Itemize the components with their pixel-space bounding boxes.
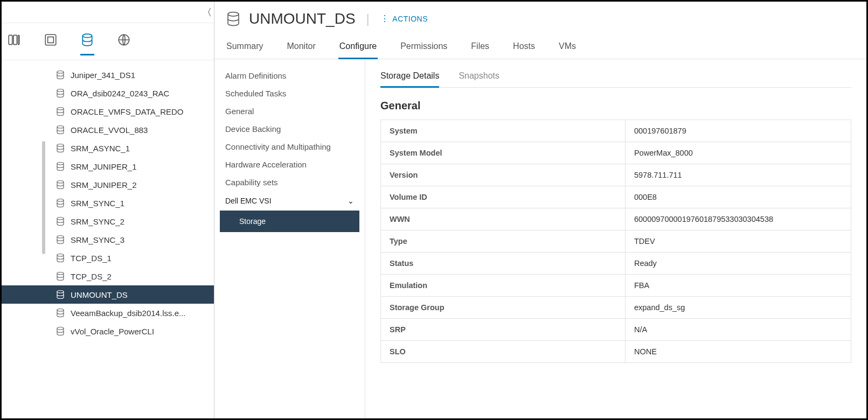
tree-item-label: SRM_JUNIPER_2 bbox=[71, 180, 137, 190]
svg-point-8 bbox=[57, 89, 64, 92]
config-group-label: Dell EMC VSI bbox=[225, 197, 272, 205]
tab-summary[interactable]: Summary bbox=[225, 37, 264, 59]
tree-item[interactable]: UNMOUNT_DS bbox=[2, 285, 214, 304]
svg-point-14 bbox=[57, 199, 64, 202]
scrollbar-thumb[interactable] bbox=[42, 141, 45, 254]
prop-value: 5978.711.711 bbox=[625, 164, 851, 186]
tree-item-label: ORA_dsib0242_0243_RAC bbox=[71, 89, 169, 98]
tree-item-label: SRM_SYNC_2 bbox=[71, 217, 124, 226]
datastore-icon bbox=[55, 216, 65, 226]
tree-item[interactable]: TCP_DS_2 bbox=[2, 267, 214, 285]
title-separator: | bbox=[366, 11, 370, 26]
hosts-tab-icon[interactable] bbox=[7, 33, 21, 55]
config-item[interactable]: Alarm Definitions bbox=[214, 67, 365, 85]
datastore-icon bbox=[55, 253, 65, 263]
prop-value: FBA bbox=[625, 275, 851, 297]
tree-item[interactable]: ORA_dsib0242_0243_RAC bbox=[2, 84, 214, 102]
datastore-icon bbox=[55, 290, 65, 299]
config-item[interactable]: General bbox=[214, 102, 365, 120]
vms-tab-icon[interactable] bbox=[44, 33, 58, 55]
config-item[interactable]: Device Backing bbox=[214, 120, 365, 138]
prop-value: PowerMax_8000 bbox=[625, 142, 851, 164]
tree-item[interactable]: SRM_JUNIPER_2 bbox=[2, 176, 214, 194]
svg-rect-1 bbox=[13, 35, 17, 44]
table-row: Emulation FBA bbox=[381, 275, 851, 297]
svg-point-16 bbox=[57, 236, 64, 239]
tab-monitor[interactable]: Monitor bbox=[286, 37, 316, 59]
prop-value: 60000970000197601879533030304538 bbox=[625, 208, 851, 230]
tree-item-label: SRM_JUNIPER_1 bbox=[71, 162, 137, 171]
network-tab-icon[interactable] bbox=[117, 33, 131, 55]
prop-key: Volume ID bbox=[381, 186, 626, 208]
datastore-icon bbox=[55, 235, 65, 244]
table-row: Volume ID 000E8 bbox=[381, 186, 851, 208]
prop-key: SRP bbox=[381, 319, 626, 341]
svg-rect-2 bbox=[18, 35, 19, 44]
prop-value: TDEV bbox=[625, 230, 851, 253]
config-group-dell-emc-vsi[interactable]: Dell EMC VSI ⌄ bbox=[214, 191, 365, 209]
prop-value: Ready bbox=[625, 253, 851, 275]
table-row: SLO NONE bbox=[381, 341, 851, 363]
svg-point-9 bbox=[57, 108, 64, 110]
tree-item[interactable]: SRM_SYNC_2 bbox=[2, 212, 214, 230]
tab-vms[interactable]: VMs bbox=[558, 37, 577, 59]
tab-configure[interactable]: Configure bbox=[338, 37, 378, 59]
config-item[interactable]: Scheduled Tasks bbox=[214, 85, 365, 102]
svg-point-18 bbox=[57, 272, 64, 275]
tree-item-label: TCP_DS_2 bbox=[71, 272, 112, 281]
tab-permissions[interactable]: Permissions bbox=[399, 37, 448, 59]
datastore-icon bbox=[55, 88, 65, 98]
datastore-icon bbox=[55, 326, 65, 336]
tree-item[interactable]: TCP_DS_1 bbox=[2, 249, 214, 267]
sidebar: 〈 Juniper_341_DS1 bbox=[2, 2, 214, 418]
tree-item-label: VeeamBackup_dsib2014.lss.e... bbox=[71, 309, 185, 318]
prop-value: 000197601879 bbox=[625, 120, 851, 142]
sub-tab-snapshots[interactable]: Snapshots bbox=[459, 68, 499, 87]
sub-tab-storage-details[interactable]: Storage Details bbox=[380, 68, 439, 88]
tab-files[interactable]: Files bbox=[470, 37, 490, 59]
config-item[interactable]: Capability sets bbox=[214, 173, 365, 191]
datastore-icon bbox=[55, 143, 65, 153]
tab-hosts[interactable]: Hosts bbox=[512, 37, 536, 59]
tree-item[interactable]: VeeamBackup_dsib2014.lss.e... bbox=[2, 304, 214, 322]
svg-point-11 bbox=[57, 144, 64, 147]
table-row: Type TDEV bbox=[381, 230, 851, 253]
tree-item[interactable]: SRM_SYNC_1 bbox=[2, 194, 214, 212]
svg-point-19 bbox=[57, 291, 64, 293]
actions-dots-icon: ⋮ bbox=[380, 15, 390, 23]
sidebar-collapse-icon[interactable]: 〈 bbox=[208, 7, 211, 17]
tree-item[interactable]: SRM_JUNIPER_1 bbox=[2, 157, 214, 176]
details-pane: Storage DetailsSnapshots General System … bbox=[365, 59, 866, 418]
svg-point-17 bbox=[57, 254, 64, 257]
tree-item[interactable]: SRM_SYNC_3 bbox=[2, 230, 214, 249]
table-row: WWN 60000970000197601879533030304538 bbox=[381, 208, 851, 230]
tree-item[interactable]: SRM_ASYNC_1 bbox=[2, 139, 214, 157]
tree-item[interactable]: Juniper_341_DS1 bbox=[2, 66, 214, 84]
config-item[interactable]: Hardware Acceleration bbox=[214, 156, 365, 173]
datastore-tree: Juniper_341_DS1 ORA_dsib0242_0243_RAC OR… bbox=[2, 60, 214, 418]
table-row: System Model PowerMax_8000 bbox=[381, 142, 851, 164]
prop-key: Status bbox=[381, 253, 626, 275]
datastore-icon bbox=[55, 70, 65, 80]
tree-item[interactable]: ORACLE_VMFS_DATA_REDO bbox=[2, 102, 214, 121]
storage-tab-icon[interactable] bbox=[80, 33, 94, 55]
svg-point-15 bbox=[57, 218, 64, 220]
table-row: Storage Group expand_ds_sg bbox=[381, 297, 851, 319]
tree-item[interactable]: vVol_Oracle_PowerCLI bbox=[2, 322, 214, 340]
svg-point-10 bbox=[57, 126, 64, 129]
config-item[interactable]: Connectivity and Multipathing bbox=[214, 138, 365, 156]
svg-point-22 bbox=[228, 12, 239, 17]
tree-item[interactable]: ORACLE_VVOL_883 bbox=[2, 121, 214, 139]
config-sub-storage[interactable]: Storage bbox=[220, 211, 359, 232]
chevron-down-icon: ⌄ bbox=[348, 197, 354, 205]
datastore-icon bbox=[55, 125, 65, 135]
tree-item-label: ORACLE_VMFS_DATA_REDO bbox=[71, 107, 184, 116]
datastore-icon bbox=[55, 162, 65, 171]
actions-menu-button[interactable]: ⋮ ACTIONS bbox=[380, 15, 428, 23]
prop-value: N/A bbox=[625, 319, 851, 341]
prop-value: NONE bbox=[625, 341, 851, 363]
prop-key: System Model bbox=[381, 142, 626, 164]
table-row: Version 5978.711.711 bbox=[381, 164, 851, 186]
prop-key: System bbox=[381, 120, 626, 142]
datastore-icon bbox=[225, 11, 241, 27]
